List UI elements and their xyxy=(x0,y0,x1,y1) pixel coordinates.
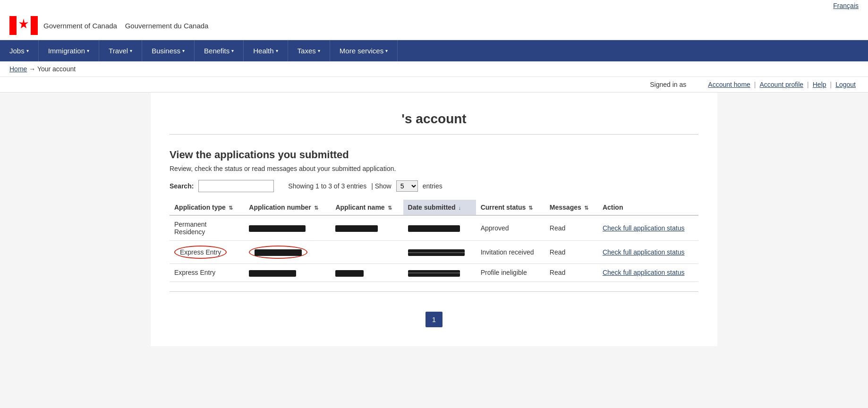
pagination: 1 xyxy=(170,312,698,327)
applications-table: Application type ⇅ Application number ⇅ … xyxy=(170,200,698,282)
cell-app-type: PermanentResidency xyxy=(170,215,244,241)
cell-app-number xyxy=(244,264,331,281)
cell-app-name xyxy=(331,215,403,241)
col-header-date-submitted[interactable]: Date submitted ↓ xyxy=(403,200,476,215)
table-row: Express Entry Invitation received Read xyxy=(170,241,698,264)
entries-per-page-select[interactable]: 5 10 25 50 xyxy=(396,180,418,192)
cell-current-status: Invitation received xyxy=(476,241,545,264)
highlighted-app-type: Express Entry xyxy=(174,246,227,259)
breadcrumb-home[interactable]: Home xyxy=(9,65,27,73)
sort-arrows-icon: ⇅ xyxy=(584,205,588,211)
sort-arrows-icon: ↓ xyxy=(459,205,461,211)
government-title: Government of Canada Gouvernement du Can… xyxy=(43,21,208,31)
cell-date-submitted xyxy=(403,215,476,241)
chevron-down-icon: ▾ xyxy=(182,48,185,53)
cell-action: Check full application status xyxy=(598,215,698,241)
account-profile-link[interactable]: Account profile xyxy=(759,81,803,88)
cell-action: Check full application status xyxy=(598,241,698,264)
chevron-down-icon: ▾ xyxy=(87,48,89,53)
main-navigation: Jobs▾ Immigration▾ Travel▾ Business▾ Ben… xyxy=(0,40,868,61)
cell-app-type: Express Entry xyxy=(170,264,244,281)
col-header-messages[interactable]: Messages ⇅ xyxy=(545,200,598,215)
breadcrumb-current: Your account xyxy=(37,65,76,73)
account-home-link[interactable]: Account home xyxy=(708,81,750,88)
nav-health[interactable]: Health▾ xyxy=(244,40,288,61)
redacted-date xyxy=(408,225,460,232)
cell-current-status: Profile ineligible xyxy=(476,264,545,281)
redacted-number xyxy=(249,225,306,232)
chevron-down-icon: ▾ xyxy=(231,48,234,53)
cell-app-name xyxy=(331,241,403,264)
col-header-app-name[interactable]: Applicant name ⇅ xyxy=(331,200,403,215)
sort-arrows-icon: ⇅ xyxy=(388,205,392,211)
sort-arrows-icon: ⇅ xyxy=(229,205,233,211)
section-description: Review, check the status or read message… xyxy=(170,165,698,172)
cell-app-number xyxy=(244,241,331,264)
svg-rect-1 xyxy=(31,16,38,35)
nav-business[interactable]: Business▾ xyxy=(142,40,195,61)
col-header-app-number[interactable]: Application number ⇅ xyxy=(244,200,331,215)
cell-current-status: Approved xyxy=(476,215,545,241)
col-header-action: Action xyxy=(598,200,698,215)
table-controls: Search: Showing 1 to 3 of 3 entries | Sh… xyxy=(170,180,698,192)
check-status-link[interactable]: Check full application status xyxy=(603,269,685,276)
chevron-down-icon: ▾ xyxy=(276,48,278,53)
search-input[interactable] xyxy=(198,180,274,192)
cell-messages: Read xyxy=(545,215,598,241)
showing-text: Showing 1 to 3 of 3 entries xyxy=(288,182,366,190)
show-label: | Show xyxy=(371,182,391,190)
page-1-button[interactable]: 1 xyxy=(425,312,443,327)
sort-arrows-icon: ⇅ xyxy=(528,205,533,211)
nav-taxes[interactable]: Taxes▾ xyxy=(288,40,330,61)
page-title: 's account xyxy=(170,102,698,135)
redacted-name xyxy=(335,225,378,232)
cell-app-name xyxy=(331,264,403,281)
nav-more-services[interactable]: More services▾ xyxy=(330,40,398,61)
svg-rect-0 xyxy=(9,16,17,35)
sort-arrows-icon: ⇅ xyxy=(314,205,318,211)
check-status-link[interactable]: Check full application status xyxy=(603,224,685,232)
chevron-down-icon: ▾ xyxy=(385,48,388,53)
chevron-down-icon: ▾ xyxy=(26,48,29,53)
chevron-down-icon: ▾ xyxy=(130,48,132,53)
section-title: View the applications you submitted xyxy=(170,149,698,161)
entries-label: entries xyxy=(423,182,443,190)
chevron-down-icon: ▾ xyxy=(318,48,320,53)
help-link[interactable]: Help xyxy=(813,81,826,88)
col-header-current-status[interactable]: Current status ⇅ xyxy=(476,200,545,215)
canada-flag xyxy=(9,16,38,35)
highlighted-app-number xyxy=(249,246,307,259)
account-bar: Signed in as Account home | Account prof… xyxy=(0,77,868,93)
search-label: Search: xyxy=(170,182,194,190)
nav-travel[interactable]: Travel▾ xyxy=(99,40,142,61)
col-header-app-type[interactable]: Application type ⇅ xyxy=(170,200,244,215)
redacted-name xyxy=(335,270,364,277)
french-link[interactable]: Français xyxy=(833,2,859,9)
cell-messages: Read xyxy=(545,264,598,281)
redacted-number xyxy=(255,249,302,256)
cell-action: Check full application status xyxy=(598,264,698,281)
signed-in-label: Signed in as xyxy=(650,81,686,88)
cell-date-submitted xyxy=(403,264,476,281)
table-row: Express Entry Profile ineligible Read Ch… xyxy=(170,264,698,281)
logout-link[interactable]: Logout xyxy=(835,81,856,88)
nav-immigration[interactable]: Immigration▾ xyxy=(39,40,99,61)
nav-jobs[interactable]: Jobs▾ xyxy=(0,40,39,61)
breadcrumb-arrow: → xyxy=(29,65,37,73)
cell-messages: Read xyxy=(545,241,598,264)
check-status-link[interactable]: Check full application status xyxy=(603,248,685,256)
cell-app-number xyxy=(244,215,331,241)
nav-benefits[interactable]: Benefits▾ xyxy=(195,40,244,61)
breadcrumb: Home → Your account xyxy=(0,61,868,77)
redacted-number xyxy=(249,270,296,277)
table-row: PermanentResidency Approved Read Check f… xyxy=(170,215,698,241)
cell-date-submitted xyxy=(403,241,476,264)
cell-app-type: Express Entry xyxy=(170,241,244,264)
